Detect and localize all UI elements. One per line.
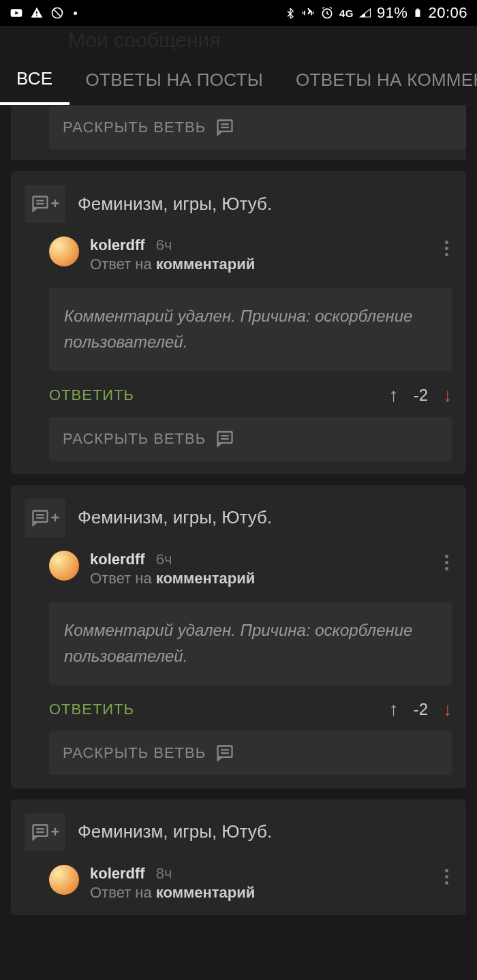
timestamp: 6ч: [156, 551, 172, 568]
card-header[interactable]: + Феминизм, игры, Ютуб.: [25, 185, 452, 223]
reply-to-prefix: Ответ на: [90, 884, 152, 901]
chat-icon: [215, 744, 234, 763]
username[interactable]: kolerdff: [90, 236, 145, 254]
card-header[interactable]: + Феминизм, игры, Ютуб.: [25, 499, 452, 537]
post-title: Феминизм, игры, Ютуб.: [78, 507, 272, 528]
chat-icon: [31, 508, 50, 527]
svg-line-5: [54, 10, 61, 16]
post-title: Феминизм, игры, Ютуб.: [78, 821, 272, 842]
timestamp: 8ч: [156, 865, 172, 883]
svg-rect-9: [218, 121, 232, 132]
username[interactable]: kolerdff: [90, 865, 145, 883]
avatar[interactable]: [49, 551, 79, 581]
more-menu-icon[interactable]: [441, 551, 452, 575]
youtube-icon: [10, 6, 23, 20]
battery-percent: 91%: [377, 4, 408, 22]
chat-icon: [31, 823, 50, 842]
tab-all[interactable]: ВСЕ: [0, 55, 70, 105]
svg-rect-24: [33, 825, 47, 836]
svg-rect-18: [33, 510, 47, 521]
expand-branch-button[interactable]: РАСКРЫТЬ ВЕТВЬ: [49, 417, 452, 461]
warning-icon: [30, 6, 44, 20]
svg-rect-3: [36, 15, 37, 16]
more-menu-icon[interactable]: [441, 865, 452, 889]
reply-to-prefix: Ответ на: [90, 570, 152, 587]
message-card: + Феминизм, игры, Ютуб. kolerdff 8ч Отве…: [11, 799, 466, 915]
tab-comment-replies[interactable]: ОТВЕТЫ НА КОММЕНТАР: [279, 55, 477, 105]
chat-icon: [215, 118, 234, 137]
plus-icon: +: [51, 509, 60, 527]
plus-icon: +: [51, 195, 60, 213]
reply-to-line[interactable]: Ответ на комментарий: [90, 570, 430, 587]
dot-icon: [74, 12, 77, 15]
network-badge: 4G: [339, 7, 354, 19]
actions-row: ОТВЕТИТЬ ↑ -2 ↓: [49, 384, 452, 406]
actions-row: ОТВЕТИТЬ ↑ -2 ↓: [49, 699, 452, 720]
status-right-icons: 4G 91% 20:06: [285, 4, 467, 22]
timestamp: 6ч: [156, 236, 172, 254]
reply-to-target: комментарий: [156, 256, 255, 273]
no-entry-icon: [50, 6, 64, 20]
chat-icon: [31, 194, 50, 213]
alarm-icon: [320, 6, 334, 20]
feed: РАСКРЫТЬ ВЕТВЬ + Феминизм, игры, Ютуб. k…: [0, 106, 477, 915]
thread-icon-box: +: [25, 185, 65, 223]
downvote-icon[interactable]: ↓: [443, 384, 452, 406]
username[interactable]: kolerdff: [90, 551, 145, 568]
expand-branch-button[interactable]: РАСКРЫТЬ ВЕТВЬ: [49, 731, 452, 775]
post-title: Феминизм, игры, Ютуб.: [78, 194, 272, 215]
more-menu-icon[interactable]: [441, 236, 452, 260]
reply-to-target: комментарий: [156, 570, 255, 587]
comment-meta: kolerdff 6ч Ответ на комментарий: [49, 236, 452, 273]
thread-icon-box: +: [25, 499, 65, 537]
message-card: + Феминизм, игры, Ютуб. kolerdff 6ч Отве…: [11, 171, 466, 474]
svg-rect-8: [417, 9, 420, 10]
reply-to-prefix: Ответ на: [90, 256, 152, 273]
expand-label: РАСКРЫТЬ ВЕТВЬ: [63, 744, 206, 762]
svg-rect-12: [33, 197, 47, 208]
clock: 20:06: [428, 4, 467, 22]
expand-label: РАСКРЫТЬ ВЕТВЬ: [63, 430, 206, 448]
downvote-icon[interactable]: ↓: [443, 699, 452, 720]
card-header[interactable]: + Феминизм, игры, Ютуб.: [25, 813, 452, 851]
message-card: + Феминизм, игры, Ютуб. kolerdff 6ч Отве…: [11, 485, 466, 788]
comment-meta: kolerdff 8ч Ответ на комментарий: [49, 865, 452, 902]
vibrate-icon: [301, 6, 315, 20]
reply-to-target: комментарий: [156, 884, 255, 901]
comment-block: kolerdff 8ч Ответ на комментарий: [25, 865, 452, 902]
avatar[interactable]: [49, 865, 79, 895]
thread-icon-box: +: [25, 813, 65, 851]
svg-rect-2: [36, 12, 37, 14]
reply-to-line[interactable]: Ответ на комментарий: [90, 256, 430, 273]
tab-post-replies[interactable]: ОТВЕТЫ НА ПОСТЫ: [70, 55, 279, 105]
tabs-row: ВСЕ ОТВЕТЫ НА ПОСТЫ ОТВЕТЫ НА КОММЕНТАР: [0, 55, 477, 106]
page-title: Мои сообщения: [68, 29, 221, 52]
signal-icon: [359, 6, 371, 20]
upvote-icon[interactable]: ↑: [389, 699, 399, 720]
svg-rect-15: [218, 431, 232, 442]
comment-body: Комментарий удален. Причина: оскорбление…: [49, 602, 452, 685]
plus-icon: +: [51, 823, 60, 841]
status-left-icons: [10, 6, 77, 20]
vote-score: -2: [414, 700, 428, 719]
battery-icon: [413, 6, 422, 20]
vote-group: ↑ -2 ↓: [389, 699, 452, 720]
avatar[interactable]: [49, 236, 79, 266]
expand-branch-button[interactable]: РАСКРЫТЬ ВЕТВЬ: [49, 106, 466, 149]
comment-block: kolerdff 6ч Ответ на комментарий Коммент…: [25, 236, 452, 461]
reply-button[interactable]: ОТВЕТИТЬ: [49, 701, 389, 718]
svg-rect-7: [416, 10, 420, 16]
status-bar: 4G 91% 20:06: [0, 0, 477, 26]
comment-body: Комментарий удален. Причина: оскорбление…: [49, 288, 452, 371]
comment-meta: kolerdff 6ч Ответ на комментарий: [49, 551, 452, 587]
upvote-icon[interactable]: ↑: [389, 384, 399, 406]
chat-icon: [215, 429, 234, 448]
card-partial-top: РАСКРЫТЬ ВЕТВЬ: [11, 106, 466, 160]
expand-label: РАСКРЫТЬ ВЕТВЬ: [63, 119, 206, 136]
vote-score: -2: [414, 386, 428, 405]
vote-group: ↑ -2 ↓: [389, 384, 452, 406]
comment-block: kolerdff 6ч Ответ на комментарий Коммент…: [25, 551, 452, 775]
page-header: Мои сообщения: [0, 26, 477, 55]
reply-to-line[interactable]: Ответ на комментарий: [90, 884, 430, 902]
reply-button[interactable]: ОТВЕТИТЬ: [49, 386, 389, 404]
